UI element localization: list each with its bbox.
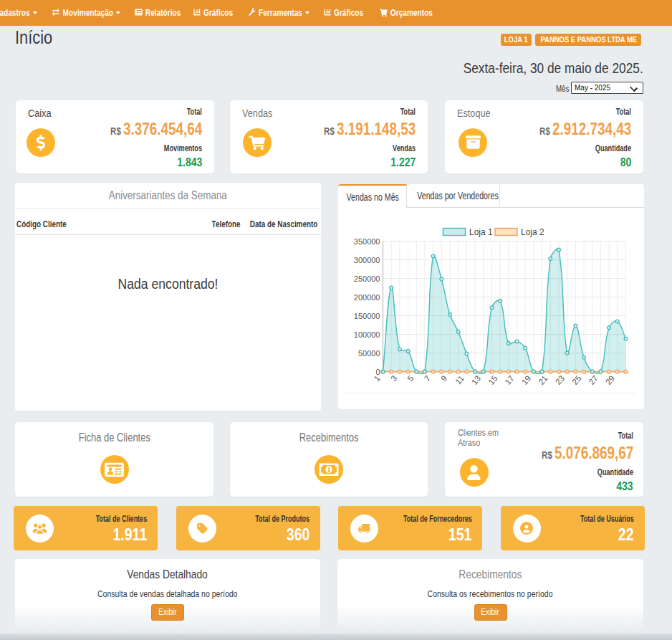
svg-text:19: 19 <box>519 374 532 387</box>
svg-text:15: 15 <box>486 374 499 387</box>
svg-text:25: 25 <box>570 374 582 387</box>
svg-text:Loja 1: Loja 1 <box>469 227 493 237</box>
svg-text:13: 13 <box>469 374 481 387</box>
svg-text:250000: 250000 <box>353 274 380 283</box>
svg-text:5: 5 <box>405 374 415 383</box>
svg-text:17: 17 <box>503 374 515 387</box>
svg-text:23: 23 <box>553 374 565 387</box>
svg-text:21: 21 <box>537 374 549 387</box>
svg-text:11: 11 <box>453 374 465 386</box>
svg-text:27: 27 <box>587 374 599 387</box>
svg-text:50000: 50000 <box>357 349 380 358</box>
svg-text:Loja 2: Loja 2 <box>521 227 544 237</box>
svg-text:0: 0 <box>375 368 380 376</box>
svg-text:3: 3 <box>389 374 398 383</box>
svg-text:300000: 300000 <box>353 256 380 264</box>
svg-text:350000: 350000 <box>353 237 380 246</box>
svg-text:29: 29 <box>603 374 615 387</box>
svg-text:7: 7 <box>422 374 431 383</box>
svg-text:9: 9 <box>439 374 448 383</box>
svg-text:100000: 100000 <box>353 330 380 339</box>
svg-text:200000: 200000 <box>353 293 380 302</box>
svg-text:150000: 150000 <box>353 312 380 320</box>
